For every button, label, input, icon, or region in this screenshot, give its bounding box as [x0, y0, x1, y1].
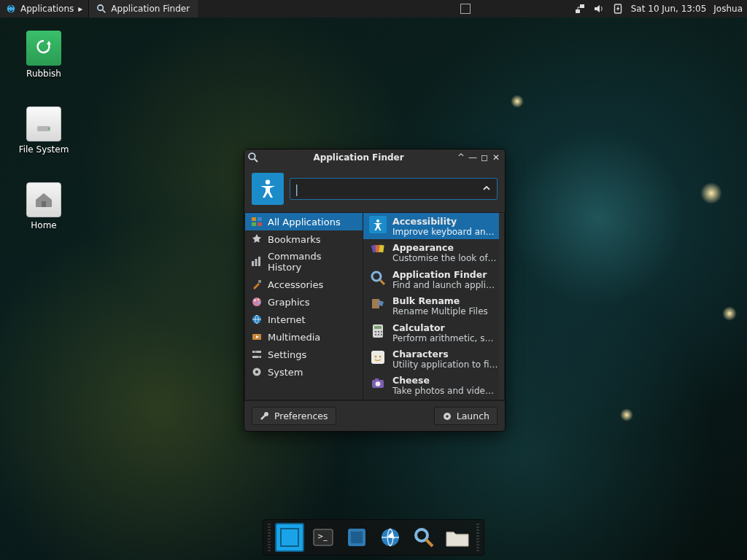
- svg-rect-15: [258, 222, 262, 226]
- desktop-icon-home[interactable]: Home: [13, 182, 74, 230]
- app-desc: Customise the look of…: [392, 253, 497, 263]
- application-list[interactable]: AccessibilityImprove keyboard and… Appea…: [363, 212, 505, 400]
- category-commands-history[interactable]: Commands History: [245, 248, 363, 276]
- app-desc: Take photos and video…: [392, 386, 498, 396]
- category-accessories[interactable]: Accessories: [245, 276, 363, 293]
- app-accessibility[interactable]: AccessibilityImprove keyboard and…: [363, 213, 504, 239]
- category-label: Internet: [268, 314, 306, 325]
- svg-rect-18: [258, 257, 260, 266]
- app-calculator[interactable]: CalculatorPerform arithmetic, sc…: [363, 319, 504, 346]
- svg-point-44: [381, 330, 383, 332]
- multimedia-icon: [251, 331, 263, 343]
- gear-icon: [251, 366, 263, 378]
- svg-point-22: [258, 299, 259, 300]
- app-appearance[interactable]: AppearanceCustomise the look of…: [363, 239, 504, 265]
- dock-app-finder[interactable]: [409, 523, 438, 552]
- search-history-dropdown[interactable]: [481, 183, 492, 195]
- category-settings[interactable]: Settings: [245, 346, 363, 363]
- svg-point-63: [416, 529, 427, 541]
- svg-point-43: [378, 330, 380, 332]
- app-bulk-rename[interactable]: Bulk RenameRename Multiple Files: [363, 292, 504, 319]
- svg-rect-53: [375, 378, 379, 381]
- svg-rect-14: [252, 222, 256, 226]
- dock-terminal[interactable]: >_: [309, 523, 338, 552]
- search-icon: [96, 4, 107, 14]
- window-title: Application Finder: [262, 152, 455, 163]
- svg-rect-8: [42, 201, 46, 207]
- app-color-profile-viewer[interactable]: Color Profile Viewer: [363, 399, 504, 400]
- power-icon[interactable]: [612, 3, 624, 15]
- svg-rect-16: [252, 261, 254, 266]
- app-name: Calculator: [392, 322, 498, 333]
- rename-icon: [369, 295, 387, 313]
- svg-point-28: [254, 351, 256, 353]
- applications-menu-label: Applications: [20, 4, 74, 14]
- svg-rect-41: [374, 326, 382, 329]
- trash-icon: [26, 31, 61, 66]
- gear-icon: [442, 411, 452, 421]
- close-button[interactable]: ✕: [490, 152, 502, 163]
- app-desc: Perform arithmetic, sc…: [392, 333, 498, 343]
- category-graphics[interactable]: Graphics: [245, 293, 363, 311]
- svg-rect-17: [255, 259, 258, 266]
- taskbar-button-appfinder[interactable]: Application Finder: [88, 0, 198, 18]
- category-multimedia[interactable]: Multimedia: [245, 328, 363, 346]
- accessibility-icon: [369, 216, 387, 233]
- app-characters[interactable]: CharactersUtility application to fi…: [363, 346, 504, 372]
- app-application-finder[interactable]: Application FinderFind and launch applic…: [363, 266, 504, 292]
- app-desc: Improve keyboard and…: [392, 227, 498, 237]
- dock-file-manager[interactable]: [342, 523, 371, 552]
- search-icon: [369, 269, 387, 287]
- svg-point-11: [266, 180, 270, 184]
- svg-rect-13: [258, 217, 262, 221]
- svg-rect-12: [252, 217, 256, 221]
- desktop-icon-rubbish[interactable]: Rubbish: [13, 31, 74, 79]
- dock-panel: >_: [263, 519, 484, 556]
- workspace-indicator-icon[interactable]: [460, 4, 471, 14]
- app-cheese[interactable]: CheeseTake photos and video…: [363, 372, 504, 398]
- minimize-button[interactable]: —: [467, 152, 479, 163]
- applications-menu[interactable]: Applications ▸: [0, 0, 88, 18]
- dock-files[interactable]: [443, 523, 472, 552]
- dock-handle[interactable]: [268, 524, 271, 551]
- maximize-button[interactable]: ◻: [479, 152, 490, 163]
- category-label: Multimedia: [268, 332, 320, 343]
- panel-clock[interactable]: Sat 10 Jun, 13:05: [631, 4, 707, 14]
- wrench-icon: [260, 411, 270, 421]
- app-desc: Utility application to fi…: [392, 359, 498, 370]
- category-label: Bookmarks: [268, 234, 321, 245]
- launch-button[interactable]: Launch: [434, 407, 498, 425]
- desktop-icon-filesystem[interactable]: File System: [13, 106, 74, 155]
- panel-username[interactable]: Joshua: [713, 4, 743, 14]
- search-icon: [247, 152, 259, 163]
- svg-point-21: [254, 300, 255, 301]
- camera-icon: [369, 375, 387, 392]
- graphics-icon: [251, 296, 263, 308]
- app-name: Application Finder: [392, 269, 498, 280]
- search-input[interactable]: [298, 184, 481, 195]
- window-titlebar[interactable]: Application Finder ^ — ◻ ✕: [244, 149, 505, 166]
- characters-icon: [369, 349, 387, 366]
- category-internet[interactable]: Internet: [245, 311, 363, 328]
- category-all-applications[interactable]: All Applications: [245, 213, 363, 230]
- category-bookmarks[interactable]: Bookmarks: [245, 230, 363, 248]
- svg-rect-27: [252, 351, 261, 353]
- dock-handle[interactable]: [476, 524, 479, 551]
- drive-icon: [26, 106, 61, 141]
- preferences-button[interactable]: Preferences: [252, 407, 336, 425]
- bookmark-icon: [251, 233, 263, 245]
- scrollbar-thumb[interactable]: [500, 214, 503, 235]
- button-label: Launch: [457, 411, 489, 421]
- shade-button[interactable]: ^: [455, 152, 467, 163]
- volume-icon[interactable]: [593, 3, 605, 15]
- category-system[interactable]: System: [245, 363, 363, 381]
- dock-web-browser[interactable]: [376, 523, 405, 552]
- dock-show-desktop[interactable]: [275, 523, 304, 552]
- svg-point-46: [378, 333, 380, 335]
- xfce-logo-icon: [6, 4, 16, 14]
- history-icon: [251, 256, 263, 268]
- category-label: Commands History: [268, 251, 357, 273]
- svg-point-45: [375, 333, 377, 335]
- svg-point-7: [48, 128, 50, 130]
- network-icon[interactable]: [574, 3, 586, 15]
